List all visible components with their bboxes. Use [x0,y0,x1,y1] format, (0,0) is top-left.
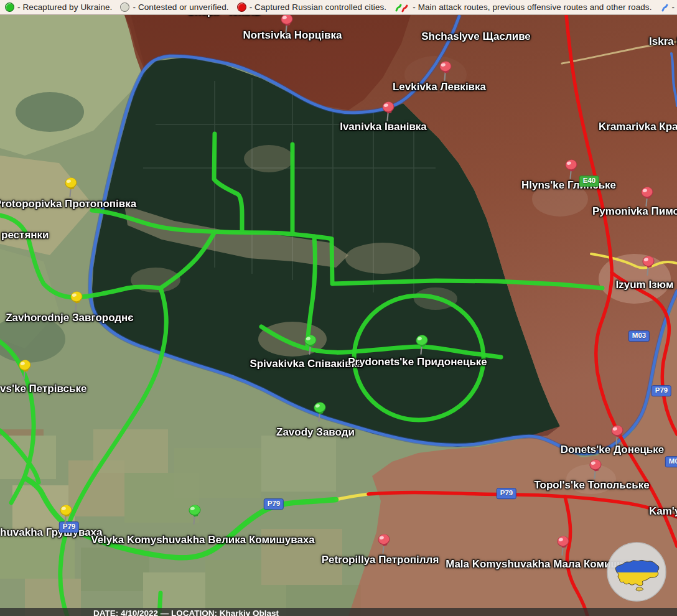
pymonivka-pin[interactable] [639,186,655,207]
road-badge-p79-4: P79 [497,488,516,499]
nortsivka-pin[interactable] [279,13,295,34]
petrivske-pin[interactable] [17,359,33,380]
legend-label: - Recaptured by Ukraine. [17,2,112,12]
road-badge-p79-5: P79 [264,498,284,510]
legend-label: - Captured Russian controlled cities. [250,2,387,12]
legend-item-rivers: - Rivers [660,2,677,12]
road-badge-m03-3: M03 [665,456,677,467]
caption-text: DATE: 4/10/2022 — LOCATION: Kharkiv Obla… [93,609,677,616]
recaptured-dot-icon [5,2,14,12]
terrain-layers [0,0,677,616]
spivakivka-pin[interactable] [302,334,319,355]
legend-label: - Main attack routes, previous offensive… [413,2,651,12]
contested-dot-icon [120,2,129,12]
ukraine-map-logo [607,542,666,602]
legend-item-contested: - Contested or unverified. [120,2,228,12]
zavhorodnje-pin[interactable] [68,291,85,312]
izyum-pin[interactable] [640,255,656,276]
road-badge-e40-0: E40 [579,175,599,187]
rivers-icon [660,2,669,12]
bottom-caption: DATE: 4/10/2022 — LOCATION: Kharkiv Obla… [0,608,677,616]
hrushuvakha-pin[interactable] [58,504,74,525]
captured-dot-icon [237,2,246,12]
levkivka-pin[interactable] [437,60,454,82]
legend-item-routes: - Main attack routes, previous offensive… [395,2,651,12]
road-badge-p79-2: P79 [651,385,671,396]
road-badge-m03-1: M03 [628,330,650,342]
petropillya-pin[interactable] [376,533,392,554]
legend-item-captured: - Captured Russian controlled cities. [237,2,387,12]
ivanivka-pin[interactable] [380,101,396,122]
protopopivka-pin[interactable] [63,177,79,198]
prydonetske-pin[interactable] [414,334,430,355]
topolske-pin[interactable] [587,459,604,480]
legend-label: - Contested or unverified. [133,2,228,12]
mala-komyshuvakha-pin[interactable] [555,535,571,556]
legend-bar: - Recaptured by Ukraine.- Contested or u… [0,0,677,15]
hlynske-pin[interactable] [563,159,579,180]
legend-item-recaptured: - Recaptured by Ukraine. [5,2,112,12]
map-canvas[interactable]: - Recaptured by Ukraine.- Contested or u… [0,0,677,616]
velyka-komyshuvakha-pin[interactable] [187,504,203,525]
donetske-pin[interactable] [609,424,625,446]
legend-label: - Rivers [672,2,677,12]
attack-routes-icon [395,2,409,12]
zavody-pin[interactable] [312,401,328,422]
